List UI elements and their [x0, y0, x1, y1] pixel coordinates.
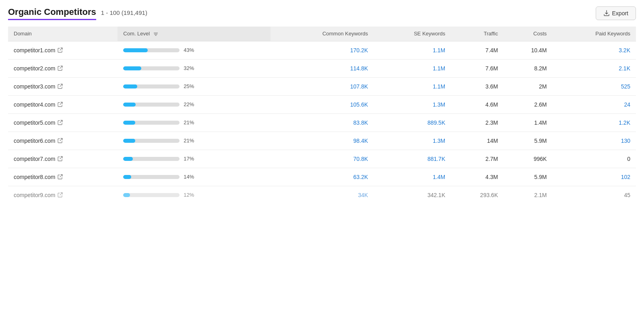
external-link-icon — [58, 174, 63, 179]
domain-link[interactable]: competitor1.com — [14, 47, 112, 53]
domain-link[interactable]: competitor5.com — [14, 119, 112, 126]
paid-kw-value: 24 — [624, 101, 630, 108]
traffic-value: 4.6M — [485, 101, 498, 108]
costs-value: 2.1M — [534, 192, 547, 198]
bar-fill — [123, 84, 137, 88]
table-row: competitor8.com 14% 63.2K1.4M4.3M5.9M102 — [8, 168, 636, 186]
paid-kw-value: 102 — [621, 174, 630, 180]
col-traffic: Traffic — [451, 27, 504, 41]
paid-kw-value: 1.2K — [619, 119, 630, 126]
paid-kw-value: 2.1K — [619, 65, 630, 72]
common-keywords-cell: 170.2K — [270, 41, 374, 59]
col-domain: Domain — [8, 27, 118, 41]
common-kw-value: 34K — [358, 192, 368, 198]
costs-value: 5.9M — [534, 138, 547, 144]
external-link-icon — [58, 47, 63, 53]
se-kw-value: 1.4M — [433, 174, 445, 180]
traffic-cell: 4.3M — [451, 168, 504, 186]
domain-link[interactable]: competitor4.com — [14, 101, 112, 108]
com-level-cell: 14% — [118, 168, 270, 186]
se-kw-value: 1.3M — [433, 101, 445, 108]
table-row: competitor6.com 21% 98.4K1.3M14M5.9M130 — [8, 132, 636, 150]
common-keywords-cell: 83.8K — [270, 113, 374, 132]
table-header: Domain Com. Level Common Keywords SE Key… — [8, 27, 636, 41]
col-common-keywords: Common Keywords — [270, 27, 374, 41]
bar-track — [123, 157, 180, 161]
paid-kw-value: 45 — [624, 192, 630, 198]
common-kw-value: 114.8K — [350, 65, 368, 72]
costs-value: 2.6M — [534, 101, 547, 108]
costs-cell: 1.4M — [504, 113, 552, 132]
costs-value: 1.4M — [534, 119, 547, 126]
main-container: Organic Competitors 1 - 100 (191,491) Ex… — [0, 0, 644, 210]
bar-fill — [123, 121, 135, 125]
table-row: competitor2.com 32% 114.8K1.1M7.6M8.2M2.… — [8, 59, 636, 77]
bar-track — [123, 193, 180, 197]
bar-group: 12% — [123, 192, 265, 198]
traffic-cell: 293.6K — [451, 186, 504, 204]
se-kw-value: 1.1M — [433, 65, 445, 72]
se-kw-value: 889.5K — [427, 119, 445, 126]
domain-link[interactable]: competitor6.com — [14, 138, 112, 144]
domain-cell: competitor1.com — [8, 41, 118, 59]
table-row: competitor5.com 21% 83.8K889.5K2.3M1.4M1… — [8, 113, 636, 132]
page-title: Organic Competitors — [8, 7, 96, 20]
common-keywords-cell: 105.6K — [270, 95, 374, 113]
common-kw-value: 70.8K — [353, 156, 368, 162]
com-level-pct: 21% — [184, 138, 196, 144]
com-level-cell: 43% — [118, 41, 270, 59]
se-kw-value: 1.3M — [433, 138, 445, 144]
traffic-value: 4.3M — [485, 174, 498, 180]
domain-link[interactable]: competitor9.com — [14, 192, 112, 198]
external-link-icon — [58, 66, 63, 71]
costs-cell: 2.6M — [504, 95, 552, 113]
domain-cell: competitor2.com — [8, 59, 118, 77]
bar-track — [123, 139, 180, 143]
com-level-cell: 17% — [118, 150, 270, 168]
com-level-pct: 21% — [184, 119, 196, 125]
bar-fill — [123, 139, 135, 143]
common-keywords-cell: 107.8K — [270, 77, 374, 95]
costs-value: 5.9M — [534, 174, 547, 180]
costs-cell: 2M — [504, 77, 552, 95]
export-button[interactable]: Export — [596, 6, 636, 20]
external-link-icon — [58, 120, 63, 125]
bar-group: 32% — [123, 65, 265, 71]
domain-cell: competitor3.com — [8, 77, 118, 95]
traffic-value: 3.6M — [485, 83, 498, 90]
table-body: competitor1.com 43% 170.2K1.1M7.4M10.4M3… — [8, 41, 636, 204]
traffic-value: 293.6K — [480, 192, 498, 198]
com-level-pct: 17% — [184, 156, 196, 162]
bar-group: 25% — [123, 83, 265, 89]
col-se-keywords: SE Keywords — [374, 27, 451, 41]
paid-kw-value: 130 — [621, 138, 630, 144]
domain-cell: competitor9.com — [8, 186, 118, 204]
domain-link[interactable]: competitor3.com — [14, 83, 112, 90]
sort-icon[interactable] — [153, 31, 159, 37]
external-link-icon — [58, 192, 63, 197]
table-row: competitor7.com 17% 70.8K881.7K2.7M996K0 — [8, 150, 636, 168]
result-count: 1 - 100 (191,491) — [101, 9, 147, 16]
domain-link[interactable]: competitor8.com — [14, 174, 112, 180]
bar-group: 21% — [123, 138, 265, 144]
paid-keywords-cell: 3.2K — [552, 41, 636, 59]
table-row: competitor9.com 12% 34K342.1K293.6K2.1M4… — [8, 186, 636, 204]
domain-link[interactable]: competitor2.com — [14, 65, 112, 72]
traffic-value: 7.6M — [485, 65, 498, 72]
se-keywords-cell: 1.3M — [374, 95, 451, 113]
col-com-level: Com. Level — [118, 27, 270, 41]
se-keywords-cell: 342.1K — [374, 186, 451, 204]
bar-group: 22% — [123, 101, 265, 107]
domain-link[interactable]: competitor7.com — [14, 156, 112, 162]
se-kw-value: 342.1K — [427, 192, 445, 198]
costs-cell: 996K — [504, 150, 552, 168]
common-keywords-cell: 114.8K — [270, 59, 374, 77]
bar-track — [123, 66, 180, 70]
domain-cell: competitor8.com — [8, 168, 118, 186]
se-keywords-cell: 1.1M — [374, 41, 451, 59]
bar-group: 21% — [123, 119, 265, 125]
traffic-cell: 4.6M — [451, 95, 504, 113]
common-kw-value: 170.2K — [350, 47, 368, 53]
domain-cell: competitor6.com — [8, 132, 118, 150]
paid-keywords-cell: 1.2K — [552, 113, 636, 132]
